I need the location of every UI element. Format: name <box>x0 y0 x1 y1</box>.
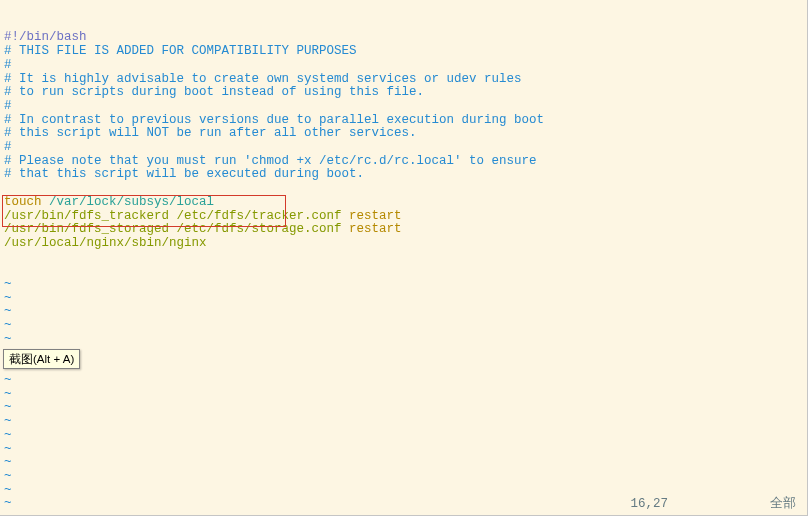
code-line[interactable]: # this script will NOT be run after all … <box>4 127 804 141</box>
code-segment <box>42 195 50 209</box>
code-segment: # In contrast to previous versions due t… <box>4 113 544 127</box>
empty-line-tilde: ~ <box>4 347 804 361</box>
code-segment: # <box>4 140 12 154</box>
empty-line-tilde: ~ <box>4 415 804 429</box>
code-segment: touch <box>4 195 42 209</box>
empty-line-tilde: ~ <box>4 292 804 306</box>
code-line[interactable]: #!/bin/bash <box>4 31 804 45</box>
code-segment: # It is highly advisable to create own s… <box>4 72 522 86</box>
code-segment: /usr/bin/fdfs_trackerd /etc/fdfs/tracker… <box>4 209 342 223</box>
code-line[interactable]: # THIS FILE IS ADDED FOR COMPATIBILITY P… <box>4 45 804 59</box>
empty-line-tilde: ~ <box>4 484 804 498</box>
empty-line-tilde: ~ <box>4 278 804 292</box>
code-line[interactable]: # <box>4 100 804 114</box>
code-segment: restart <box>349 209 402 223</box>
empty-line-tilde: ~ <box>4 305 804 319</box>
empty-line-tilde: ~ <box>4 470 804 484</box>
code-segment: # THIS FILE IS ADDED FOR COMPATIBILITY P… <box>4 44 357 58</box>
empty-line-tilde: ~ <box>4 319 804 333</box>
scroll-indicator: 全部 <box>770 498 796 512</box>
code-line[interactable]: /usr/bin/fdfs_storaged /etc/fdfs/storage… <box>4 223 804 237</box>
screenshot-tooltip: 截图(Alt + A) <box>3 349 80 369</box>
code-segment <box>342 222 350 236</box>
empty-line-tilde: ~ <box>4 388 804 402</box>
empty-line-tilde: ~ <box>4 374 804 388</box>
code-line[interactable]: # <box>4 59 804 73</box>
code-segment: /usr/bin/fdfs_storaged /etc/fdfs/storage… <box>4 222 342 236</box>
code-segment: /var/lock/subsys/local <box>49 195 214 209</box>
empty-line-tilde: ~ <box>4 443 804 457</box>
code-segment <box>4 181 12 195</box>
empty-line-tilde: ~ <box>4 429 804 443</box>
empty-line-tilde: ~ <box>4 456 804 470</box>
empty-line-tilde: ~ <box>4 360 804 374</box>
tooltip-text: 截图(Alt + A) <box>9 353 74 365</box>
empty-line-tilde: ~ <box>4 401 804 415</box>
code-segment: # to run scripts during boot instead of … <box>4 85 424 99</box>
code-segment: # Please note that you must run 'chmod +… <box>4 154 537 168</box>
code-segment: #!/bin/bash <box>4 30 87 44</box>
code-line[interactable]: # Please note that you must run 'chmod +… <box>4 155 804 169</box>
code-line[interactable]: # that this script will be executed duri… <box>4 168 804 182</box>
code-segment: # this script will NOT be run after all … <box>4 126 417 140</box>
empty-line-tilde: ~ <box>4 333 804 347</box>
code-line[interactable]: # In contrast to previous versions due t… <box>4 114 804 128</box>
code-line[interactable]: # <box>4 141 804 155</box>
code-segment: # <box>4 58 12 72</box>
code-segment: restart <box>349 222 402 236</box>
cursor-position: 16,27 <box>630 498 668 512</box>
code-segment: # <box>4 99 12 113</box>
code-line[interactable] <box>4 182 804 196</box>
code-segment: # that this script will be executed duri… <box>4 167 364 181</box>
code-line[interactable]: /usr/bin/fdfs_trackerd /etc/fdfs/tracker… <box>4 210 804 224</box>
editor-viewport[interactable]: #!/bin/bash# THIS FILE IS ADDED FOR COMP… <box>0 0 808 516</box>
code-line[interactable]: # It is highly advisable to create own s… <box>4 73 804 87</box>
code-line[interactable]: touch /var/lock/subsys/local <box>4 196 804 210</box>
code-segment: /usr/local/nginx/sbin/nginx <box>4 236 207 250</box>
code-line[interactable]: # to run scripts during boot instead of … <box>4 86 804 100</box>
status-bar: 16,27 全部 <box>0 498 808 512</box>
code-line[interactable]: /usr/local/nginx/sbin/nginx <box>4 237 804 251</box>
code-segment <box>342 209 350 223</box>
